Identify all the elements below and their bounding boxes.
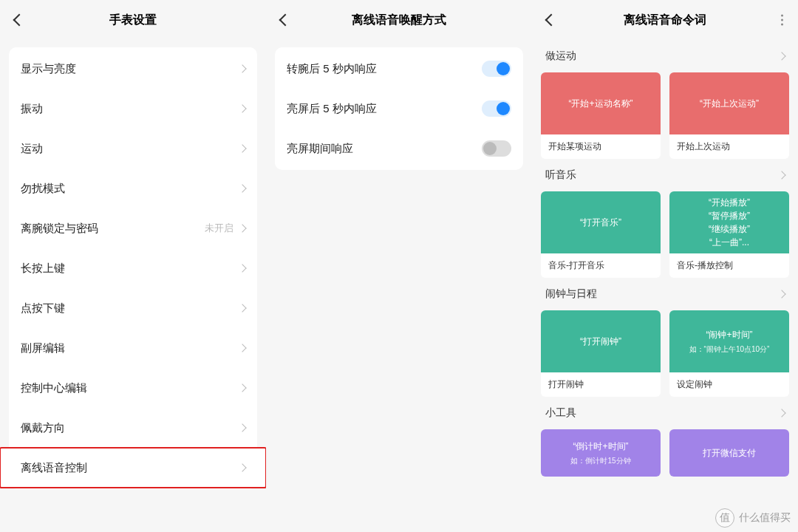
card-open-alarm[interactable]: “打开闹钟” 打开闹钟	[541, 310, 661, 397]
chevron-right-icon	[238, 144, 246, 152]
page-title: 手表设置	[109, 13, 157, 28]
item-tap-lower[interactable]: 点按下键	[9, 288, 257, 328]
command-sections: 做运动 “开始+运动名称” 开始某项运动 “开始上次运动” 开始上次运动 听音乐…	[532, 40, 798, 532]
item-wrist-lock-password[interactable]: 离腕锁定与密码未开启	[9, 208, 257, 248]
chevron-right-icon	[238, 463, 246, 471]
wake-screen-on-5s[interactable]: 亮屏后 5 秒内响应	[275, 89, 523, 129]
item-long-press-upper[interactable]: 长按上键	[9, 248, 257, 288]
header: 手表设置	[0, 0, 266, 40]
item-secondary-screen-edit[interactable]: 副屏编辑	[9, 328, 257, 368]
wake-rotate-wrist-5s[interactable]: 转腕后 5 秒内响应	[275, 49, 523, 89]
page-title: 离线语音命令词	[624, 13, 706, 28]
item-display-brightness[interactable]: 显示与亮度	[9, 49, 257, 89]
section-tools[interactable]: 小工具	[541, 397, 789, 429]
header: 离线语音唤醒方式	[266, 0, 532, 40]
header: 离线语音命令词	[532, 0, 798, 40]
card-wechat-pay[interactable]: 打开微信支付	[669, 429, 789, 477]
chevron-right-icon	[238, 423, 246, 432]
chevron-right-icon	[238, 344, 246, 352]
toggle[interactable]	[482, 100, 511, 117]
chevron-right-icon	[238, 104, 246, 112]
item-dnd[interactable]: 勿扰模式	[9, 168, 257, 208]
watermark-icon: 值	[715, 508, 734, 528]
chevron-right-icon	[777, 409, 785, 417]
section-alarm-schedule[interactable]: 闹钟与日程	[541, 278, 789, 310]
back-icon[interactable]	[279, 14, 292, 27]
chevron-right-icon	[238, 64, 246, 72]
chevron-right-icon	[777, 290, 785, 298]
watermark: 值 什么值得买	[715, 508, 791, 528]
wake-list: 转腕后 5 秒内响应 亮屏后 5 秒内响应 亮屏期间响应	[275, 47, 523, 170]
item-sport[interactable]: 运动	[9, 129, 257, 168]
wake-while-screen-on[interactable]: 亮屏期间响应	[275, 129, 523, 168]
section-music[interactable]: 听音乐	[541, 159, 789, 191]
chevron-right-icon	[777, 171, 785, 179]
page-title: 离线语音唤醒方式	[352, 13, 446, 28]
chevron-right-icon	[238, 224, 246, 232]
card-start-last-sport[interactable]: “开始上次运动” 开始上次运动	[669, 72, 789, 159]
toggle[interactable]	[482, 61, 511, 77]
settings-list: 显示与亮度 振动 运动 勿扰模式 离腕锁定与密码未开启 长按上键 点按下键 副屏…	[9, 47, 257, 489]
card-open-music[interactable]: “打开音乐” 音乐-打开音乐	[541, 191, 661, 278]
watermark-text: 什么值得买	[739, 511, 791, 525]
back-icon[interactable]	[13, 14, 26, 27]
toggle[interactable]	[482, 140, 511, 157]
card-start-sport-name[interactable]: “开始+运动名称” 开始某项运动	[541, 72, 661, 159]
chevron-right-icon	[238, 304, 246, 312]
item-offline-voice-control[interactable]: 离线语音控制	[0, 448, 266, 488]
card-countdown[interactable]: “倒计时+时间”如：倒计时15分钟	[541, 429, 661, 477]
chevron-right-icon	[238, 264, 246, 272]
card-set-alarm[interactable]: “闹钟+时间”如：“闹钟上午10点10分” 设定闹钟	[669, 310, 789, 397]
panel-wake-mode: 离线语音唤醒方式 转腕后 5 秒内响应 亮屏后 5 秒内响应 亮屏期间响应	[266, 0, 532, 532]
item-vibration[interactable]: 振动	[9, 89, 257, 129]
chevron-right-icon	[238, 184, 246, 192]
more-icon[interactable]	[781, 15, 783, 26]
item-wear-direction[interactable]: 佩戴方向	[9, 408, 257, 448]
section-exercise[interactable]: 做运动	[541, 40, 789, 72]
panel-voice-commands: 离线语音命令词 做运动 “开始+运动名称” 开始某项运动 “开始上次运动” 开始…	[532, 0, 798, 532]
item-control-center-edit[interactable]: 控制中心编辑	[9, 368, 257, 408]
card-music-playback[interactable]: “开始播放” “暂停播放” “继续播放” “上一曲”... 音乐-播放控制	[669, 191, 789, 278]
status-badge: 未开启	[205, 222, 233, 235]
chevron-right-icon	[238, 383, 246, 392]
panel-watch-settings: 手表设置 显示与亮度 振动 运动 勿扰模式 离腕锁定与密码未开启 长按上键 点按…	[0, 0, 266, 532]
chevron-right-icon	[777, 52, 785, 60]
back-icon[interactable]	[545, 14, 558, 27]
